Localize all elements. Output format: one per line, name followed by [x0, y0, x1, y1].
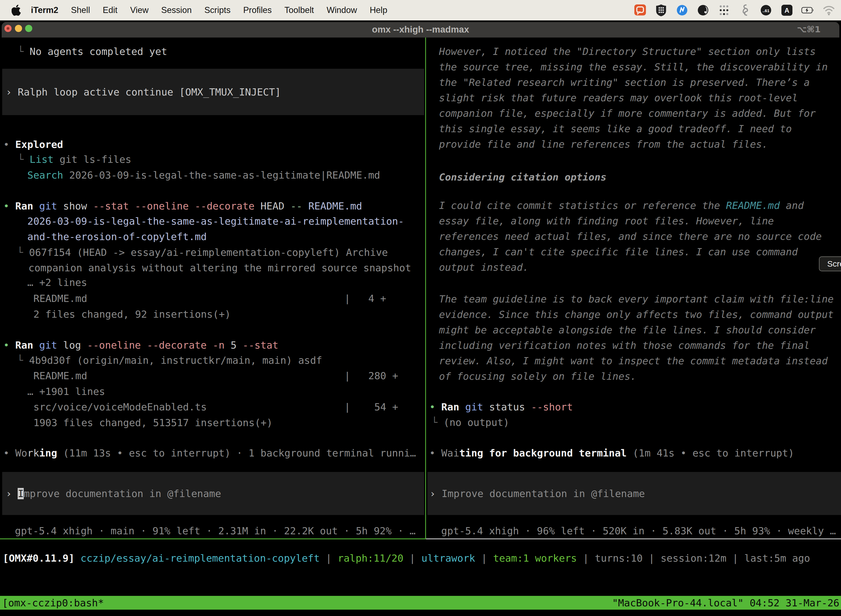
terminal-line: • Ran git log --oneline --decorate -n 5 … — [3, 339, 278, 351]
menu-item-scripts[interactable]: Scripts — [204, 5, 231, 15]
menu-bar: iTerm2 ShellEditViewSessionScriptsProfil… — [0, 0, 841, 21]
screenshot-root: { "menu_bar": { "app_name": "iTerm2", "i… — [0, 0, 841, 616]
right-pane-border — [426, 538, 841, 539]
status-icons: ..61 A — [633, 0, 835, 21]
terminal-line: the "Related research writing" section i… — [439, 76, 810, 89]
tmux-window-name[interactable]: [omx-cczip0:bash* — [0, 597, 104, 609]
terminal-line: └ 4b9d30f (origin/main, instructkr/main,… — [17, 354, 322, 367]
terminal-line: provide file and line references from th… — [439, 138, 768, 150]
tmux-status-bar: [omx-cczip0:bash* "MacBook-Pro-44.local"… — [0, 596, 841, 610]
terminal-line: 2026-03-09-is-legal-the-same-as-legitima… — [27, 215, 404, 227]
terminal-line: • Waiting for background terminal (1m 41… — [429, 447, 794, 459]
terminal-line: including verification notes with those … — [439, 339, 810, 352]
terminal-line: • Ran git show --stat --oneline --decora… — [3, 200, 362, 212]
terminal-line: 2 files changed, 92 insertions(+) — [34, 308, 231, 320]
terminal-line: might be acceptable alongside the file l… — [439, 324, 816, 336]
left-session-status: gpt-5.4 xhigh · main · 91% left · 2.31M … — [15, 525, 416, 537]
menu-item-session[interactable]: Session — [161, 5, 192, 15]
menu-items: ShellEditViewSessionScriptsProfilesToolb… — [58, 5, 387, 15]
right-session-status: gpt-5.4 xhigh · 96% left · 520K in · 5.8… — [441, 525, 836, 537]
prompt-chevron: › — [6, 488, 12, 499]
apple-menu-icon[interactable] — [12, 5, 23, 16]
menu-item-edit[interactable]: Edit — [103, 5, 117, 15]
wifi-icon[interactable] — [822, 4, 835, 17]
terminal-line: references need actual files, and since … — [439, 230, 822, 243]
right-input-box[interactable]: › Improve documentation in @filename — [428, 472, 841, 515]
pane-divider[interactable] — [425, 38, 426, 539]
window-shortcut-badge: ⌥⌘1 — [797, 24, 820, 34]
terminal-line: I could cite commit statistics or refere… — [439, 199, 804, 212]
text-cursor: I — [18, 488, 24, 499]
terminal-line: companion file, especially if more comme… — [439, 107, 816, 119]
terminal-line: • Explored — [3, 139, 63, 151]
terminal-line: the source tree, missing the essay. Stil… — [439, 61, 828, 73]
blue-badge-icon[interactable] — [675, 4, 689, 17]
terminal-line: … +2 lines — [27, 277, 87, 289]
terminal-line: changes, I can't cite specific file line… — [439, 246, 798, 258]
battery-icon[interactable] — [801, 4, 815, 17]
battery-percent-icon[interactable]: ..61 — [759, 4, 772, 17]
terminal-line: src/voice/voiceModeEnabled.ts | 54 + — [34, 401, 398, 413]
menu-item-window[interactable]: Window — [327, 5, 357, 15]
terminal-line: README.md | 4 + — [34, 293, 386, 305]
menu-item-iterm2[interactable]: iTerm2 — [31, 5, 58, 15]
terminal-line: 1903 files changed, 513517 insertions(+) — [34, 417, 273, 429]
prompt-chevron: › — [429, 488, 436, 499]
prompt-chevron: › — [6, 87, 12, 98]
squiggle-icon[interactable] — [738, 4, 752, 17]
terminal-line: • Working (11m 13s • esc to interrupt) ·… — [3, 447, 416, 459]
terminal-line: … +1901 lines — [27, 386, 105, 398]
menu-item-help[interactable]: Help — [370, 5, 387, 15]
terminal-line: └ (no output) — [432, 417, 509, 428]
dark-pie-icon[interactable] — [696, 4, 710, 17]
input-source-icon[interactable]: A — [780, 4, 794, 17]
window-title: omx --xhigh --madmax — [0, 24, 841, 35]
terminal-line: └ No agents completed yet — [18, 45, 167, 58]
terminal-line: • Ran git status --short — [429, 401, 573, 413]
svg-text:..61: ..61 — [762, 8, 769, 13]
terminal-line: essay file, along with finding root file… — [439, 215, 774, 227]
menu-item-profiles[interactable]: Profiles — [243, 5, 271, 15]
terminal-line: of focusing solely on file lines. — [439, 370, 636, 383]
terminal-line: and-the-erosion-of-copyleft.md — [27, 231, 207, 243]
terminal-line: companion analysis without altering the … — [28, 262, 411, 274]
terminal-line: └ List git ls-files — [18, 154, 131, 166]
terminal-line: Considering citation options — [439, 171, 607, 183]
terminal-line: README.md | 280 + — [34, 370, 398, 382]
dots-grid-icon[interactable] — [717, 4, 731, 17]
terminal-line: Search 2026-03-09-is-legal-the-same-as-l… — [27, 169, 380, 181]
menu-item-shell[interactable]: Shell — [71, 5, 90, 15]
input-placeholder: mprove documentation in @filename — [24, 488, 221, 499]
terminal-content: › Ralph loop active continue [OMX_TMUX_I… — [0, 38, 841, 616]
inject-text: Ralph loop active continue [OMX_TMUX_INJ… — [12, 87, 281, 98]
tmux-host-clock: "MacBook-Pro-44.local" 04:52 31-Mar-26 — [612, 597, 840, 609]
input-placeholder: Improve documentation in @filename — [441, 488, 645, 499]
terminal-line: The team guideline is to back every impo… — [439, 293, 834, 305]
inject-prompt-box[interactable]: › Ralph loop active continue [OMX_TMUX_I… — [2, 69, 424, 115]
terminal-line: output instead. — [439, 261, 529, 273]
shield-grid-icon[interactable] — [655, 4, 668, 17]
menu-item-view[interactable]: View — [130, 5, 149, 15]
terminal-line: evidence. Since this change only affects… — [439, 308, 834, 321]
menu-item-toolbelt[interactable]: Toolbelt — [284, 5, 314, 15]
omx-status-line: [OMX#0.11.9] cczip/essay/ai-reimplementa… — [3, 553, 810, 564]
messages-icon[interactable] — [633, 4, 647, 17]
terminal-line: However, I noticed the "Directory Struct… — [439, 45, 816, 58]
screen-notification: Scre — [819, 257, 841, 271]
terminal-line: └ 067f154 (HEAD -> essay/ai-reimplementa… — [17, 246, 388, 259]
terminal-line: this single essay, it seems like a good … — [439, 123, 792, 135]
left-pane-border — [0, 538, 425, 539]
left-input-box[interactable]: › Improve documentation in @filename — [2, 472, 424, 515]
terminal-line: review. Also, I might want to inspect th… — [439, 355, 828, 367]
svg-text:A: A — [784, 7, 789, 14]
terminal-line: slight risk that future readers may over… — [439, 92, 798, 104]
